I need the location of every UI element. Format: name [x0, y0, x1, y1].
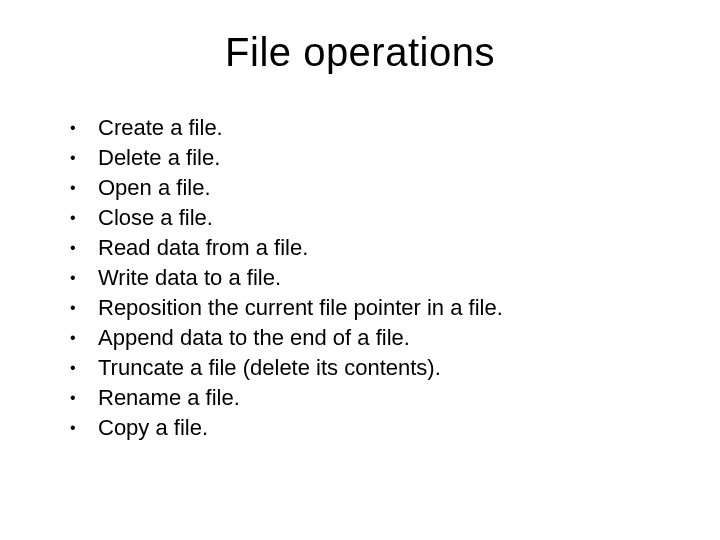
- list-item: • Append data to the end of a file.: [70, 323, 660, 353]
- list-item: • Copy a file.: [70, 413, 660, 443]
- bullet-icon: •: [70, 233, 98, 263]
- bullet-icon: •: [70, 383, 98, 413]
- list-item: • Write data to a file.: [70, 263, 660, 293]
- list-item: • Delete a file.: [70, 143, 660, 173]
- list-item: • Close a file.: [70, 203, 660, 233]
- bullet-icon: •: [70, 413, 98, 443]
- bullet-icon: •: [70, 143, 98, 173]
- list-item-text: Delete a file.: [98, 143, 660, 173]
- bullet-list: • Create a file. • Delete a file. • Open…: [60, 113, 660, 443]
- list-item-text: Open a file.: [98, 173, 660, 203]
- list-item-text: Reposition the current file pointer in a…: [98, 293, 660, 323]
- list-item: • Open a file.: [70, 173, 660, 203]
- list-item-text: Rename a file.: [98, 383, 660, 413]
- bullet-icon: •: [70, 353, 98, 383]
- bullet-icon: •: [70, 173, 98, 203]
- bullet-icon: •: [70, 263, 98, 293]
- bullet-icon: •: [70, 203, 98, 233]
- list-item-text: Read data from a file.: [98, 233, 660, 263]
- list-item: • Rename a file.: [70, 383, 660, 413]
- bullet-icon: •: [70, 113, 98, 143]
- bullet-icon: •: [70, 323, 98, 353]
- list-item: • Create a file.: [70, 113, 660, 143]
- list-item-text: Truncate a file (delete its contents).: [98, 353, 660, 383]
- list-item: • Read data from a file.: [70, 233, 660, 263]
- list-item-text: Copy a file.: [98, 413, 660, 443]
- list-item-text: Create a file.: [98, 113, 660, 143]
- list-item-text: Write data to a file.: [98, 263, 660, 293]
- slide-title: File operations: [60, 30, 660, 75]
- bullet-icon: •: [70, 293, 98, 323]
- list-item: • Truncate a file (delete its contents).: [70, 353, 660, 383]
- list-item: • Reposition the current file pointer in…: [70, 293, 660, 323]
- list-item-text: Append data to the end of a file.: [98, 323, 660, 353]
- list-item-text: Close a file.: [98, 203, 660, 233]
- slide: File operations • Create a file. • Delet…: [0, 0, 720, 540]
